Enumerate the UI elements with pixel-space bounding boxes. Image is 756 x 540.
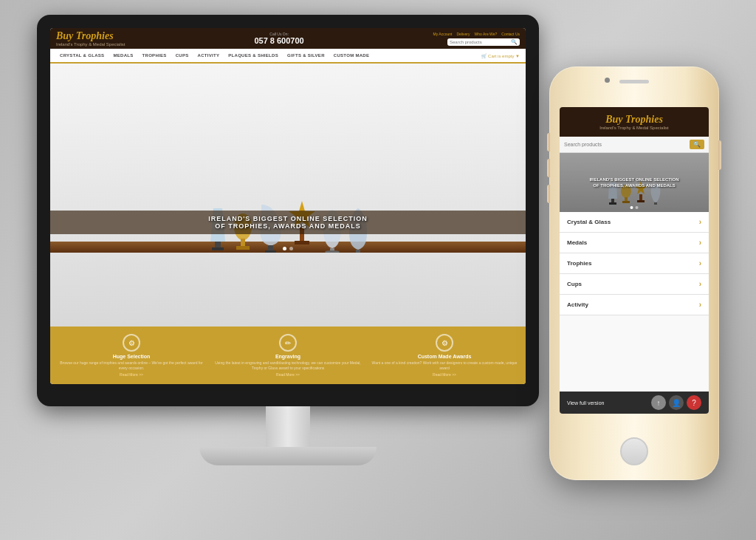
mobile-search-button[interactable]: 🔍 — [690, 140, 704, 149]
imac-stand-base — [199, 447, 377, 465]
top-link-who[interactable]: Who Are We? — [475, 32, 498, 36]
top-links: My Account Delivery Who Are We? Contact … — [433, 32, 520, 36]
hero-headline-1: IRELAND'S BIGGEST ONLINE SELECTION — [50, 215, 526, 222]
site-logo-sub: Ireland's Trophy & Medal Specialist — [56, 42, 126, 47]
hero-dot-2[interactable] — [289, 247, 293, 250]
mobile-nav-activity-label: Activity — [567, 301, 588, 308]
cart-button[interactable]: 🛒 Cart is empty ▼ — [481, 53, 520, 58]
mobile-logo[interactable]: Buy Trophies — [605, 114, 663, 126]
feature-title-1: Huge Selection — [56, 354, 207, 359]
iphone-screen: Buy Trophies Ireland's Trophy & Medal Sp… — [560, 107, 709, 414]
mobile-user-icon[interactable]: 👤 — [669, 395, 684, 410]
hero-dots — [283, 247, 293, 250]
nav-custom[interactable]: Custom Made — [330, 50, 374, 61]
scene: Buy Trophies Ireland's Trophy & Medal Sp… — [0, 0, 756, 540]
feature-desc-3: Want a one of a kind creation? Work with… — [369, 360, 520, 371]
mobile-dot-1[interactable] — [630, 206, 633, 209]
iphone-camera — [605, 78, 610, 83]
feature-selection: ⚙ Huge Selection Browse our huge range o… — [56, 334, 207, 377]
mobile-nav-activity[interactable]: Activity › — [560, 295, 709, 315]
iphone: Buy Trophies Ireland's Trophy & Medal Sp… — [549, 66, 719, 480]
feature-desc-2: Using the latest in engraving and sandbl… — [213, 360, 363, 371]
mobile-nav-medals-label: Medals — [567, 239, 587, 246]
hero-headline-2: OF TROPHIES, AWARDS AND MEDALS — [50, 222, 526, 230]
mobile-nav-medals[interactable]: Medals › — [560, 233, 709, 253]
mobile-dot-2[interactable] — [636, 206, 639, 209]
mobile-bottom-bar: View full version ↑ 👤 ? — [560, 392, 709, 414]
feature-read-more-3[interactable]: Read More >> — [369, 372, 520, 377]
imac-screen-outer: Buy Trophies Ireland's Trophy & Medal Sp… — [37, 15, 539, 406]
site-topbar: Buy Trophies Ireland's Trophy & Medal Sp… — [50, 28, 526, 49]
top-link-delivery[interactable]: Delivery — [456, 32, 470, 36]
site-logo-area: Buy Trophies Ireland's Trophy & Medal Sp… — [56, 30, 126, 46]
chevron-right-icon: › — [699, 218, 701, 226]
mobile-bottom-icons: ↑ 👤 ? — [651, 395, 701, 410]
search-input[interactable] — [450, 40, 509, 44]
site-contact: Call Us On: 057 8 600700 — [254, 32, 303, 45]
custom-icon: ⚙ — [436, 334, 453, 352]
feature-read-more-1[interactable]: Read More >> — [56, 372, 207, 377]
nav-gifts[interactable]: Gifts & Silver — [284, 50, 329, 61]
feature-custom: ⚙ Custom Made Awards Want a one of a kin… — [369, 334, 520, 377]
apple-logo-icon — [278, 412, 298, 433]
mobile-search-bar: 🔍 — [560, 137, 709, 153]
feature-title-2: Engraving — [213, 354, 363, 359]
chevron-right-icon-2: › — [699, 239, 701, 247]
mobile-hero-dots — [630, 206, 639, 209]
mobile-nav-crystal-label: Crystal & Glass — [567, 219, 611, 225]
hero-dot-1[interactable] — [283, 247, 286, 250]
iphone-home-button[interactable] — [620, 437, 648, 465]
site-nav: Crystal & Glass Medals Trophies Cups Act… — [50, 49, 526, 64]
nav-cups[interactable]: Cups — [172, 50, 193, 61]
nav-crystal-glass[interactable]: Crystal & Glass — [56, 50, 108, 61]
search-icon[interactable]: 🔍 — [511, 39, 518, 45]
mobile-nav-trophies-label: Trophies — [567, 260, 591, 267]
nav-trophies[interactable]: Trophies — [139, 50, 171, 61]
mobile-logo-sub: Ireland's Trophy & Medal Specialist — [599, 126, 669, 130]
iphone-speaker — [619, 80, 649, 83]
mobile-topbar: Buy Trophies Ireland's Trophy & Medal Sp… — [560, 107, 709, 137]
site-logo[interactable]: Buy Trophies — [56, 30, 126, 41]
top-link-account[interactable]: My Account — [433, 32, 453, 36]
nav-activity[interactable]: Activity — [194, 50, 224, 61]
iphone-body: Buy Trophies Ireland's Trophy & Medal Sp… — [549, 66, 719, 480]
mobile-hero-text: IRELAND'S BIGGEST ONLINE SELECTION OF TR… — [567, 177, 701, 189]
feature-desc-1: Browse our huge range of trophies and aw… — [56, 360, 207, 371]
mobile-website: Buy Trophies Ireland's Trophy & Medal Sp… — [560, 107, 709, 414]
mobile-hero-h2: IRELAND'S BIGGEST ONLINE SELECTION OF TR… — [567, 177, 701, 189]
feature-engraving: ✏ Engraving Using the latest in engravin… — [213, 334, 363, 377]
mobile-nav-cups[interactable]: Cups › — [560, 274, 709, 295]
chevron-right-icon-4: › — [699, 280, 701, 288]
hero-bg — [50, 64, 526, 327]
mobile-hero: IRELAND'S BIGGEST ONLINE SELECTION OF TR… — [560, 153, 709, 212]
iphone-side-button-vol-up — [547, 159, 550, 177]
hero-text-overlay: IRELAND'S BIGGEST ONLINE SELECTION OF TR… — [50, 211, 526, 234]
mobile-help-icon[interactable]: ? — [687, 395, 701, 410]
chevron-right-icon-5: › — [699, 301, 701, 309]
site-search: 🔍 — [447, 38, 520, 46]
imac-screen: Buy Trophies Ireland's Trophy & Medal Sp… — [50, 28, 526, 384]
nav-medals[interactable]: Medals — [109, 50, 137, 61]
mobile-search-input[interactable] — [564, 142, 687, 147]
selection-icon: ⚙ — [123, 334, 140, 352]
site-features: ⚙ Huge Selection Browse our huge range o… — [50, 327, 526, 384]
iphone-side-button-vol-down — [547, 185, 550, 203]
feature-title-3: Custom Made Awards — [369, 354, 520, 359]
mobile-up-icon[interactable]: ↑ — [651, 395, 666, 410]
nav-plaques[interactable]: Plaques & Shields — [224, 50, 282, 61]
phone-number: 057 8 600700 — [254, 36, 303, 45]
mobile-nav-list: Crystal & Glass › Medals › Trophies › — [560, 212, 709, 392]
mobile-nav-cups-label: Cups — [567, 281, 582, 287]
mobile-nav-trophies[interactable]: Trophies › — [560, 253, 709, 274]
engraving-icon: ✏ — [279, 334, 297, 352]
topbar-right: My Account Delivery Who Are We? Contact … — [433, 32, 520, 46]
view-full-version[interactable]: View full version — [567, 400, 647, 406]
iphone-side-button-right — [718, 140, 721, 170]
site-hero: IRELAND'S BIGGEST ONLINE SELECTION OF TR… — [50, 64, 526, 327]
top-link-contact[interactable]: Contact Us — [501, 32, 520, 36]
desktop-website: Buy Trophies Ireland's Trophy & Medal Sp… — [50, 28, 526, 384]
iphone-side-button-mute — [547, 133, 550, 151]
mobile-nav-crystal[interactable]: Crystal & Glass › — [560, 212, 709, 233]
feature-read-more-2[interactable]: Read More >> — [213, 372, 363, 377]
chevron-right-icon-3: › — [699, 259, 701, 267]
